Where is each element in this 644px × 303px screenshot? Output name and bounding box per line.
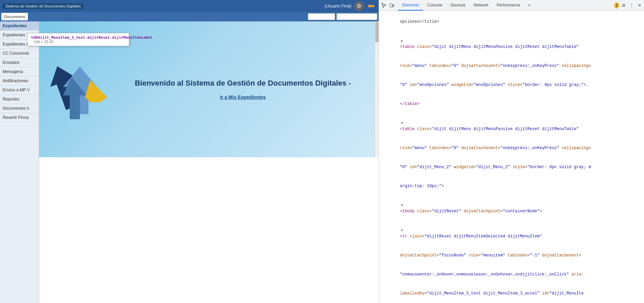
welcome-link[interactable]: Ir a Mis Expedientes (220, 94, 266, 100)
app-content: Bienvenido al Sistema de Gestión de Docu… (39, 21, 379, 303)
html-line: labelledby="dijit_MenuItem_3_text dijit_… (379, 284, 644, 303)
html-code: dojoattachpoint="focusNode" role="menuit… (379, 246, 644, 265)
html-code: role="menu" tabindex="0" dojoattachevent… (379, 57, 644, 75)
app-user-label: (Usuario Final) (325, 4, 351, 8)
nav-btn-documentos[interactable]: Documentos (1, 13, 28, 20)
svg-rect-5 (393, 4, 394, 7)
html-code: "0" id="mnuOpciones" widgetid="mnuOpcion… (379, 76, 644, 94)
html-line: "0" id="dijit_Menu_2" widgetid="dijit_Me… (379, 158, 644, 177)
triangle-icon[interactable] (400, 227, 404, 233)
html-line: "onmouseenter:_onHover,onmouseleave:_onU… (379, 265, 644, 284)
warning-badge: 2 (614, 2, 619, 8)
tab-elements[interactable]: Elements (398, 0, 423, 11)
app-topbar-right: (Usuario Final) ⚙ ⬅ (325, 1, 376, 11)
triangle-icon[interactable] (400, 120, 404, 126)
devtools-html-content[interactable]: opciones</title> <table class="dijit dij… (379, 11, 644, 303)
html-line[interactable]: <table class="dijit dijitMenu dijitMenuP… (379, 113, 644, 139)
exit-icon[interactable]: ⬅ (366, 1, 376, 11)
scroll-thumb (375, 22, 379, 42)
html-code: "onmouseenter:_onHover,onmouseleave:_onU… (379, 265, 644, 284)
sidebar-item-enviados[interactable]: Enviados (0, 58, 39, 67)
devtools-topbar: Elements Console Sources Network Perform… (379, 0, 644, 11)
svg-rect-4 (390, 4, 392, 7)
sidebar-item-envios-mp[interactable]: Envíos a MP V (0, 86, 39, 95)
triangle-icon[interactable] (400, 202, 404, 208)
element-tooltip: td#dijit_MenuItem_3_text.dijitReset.diji… (27, 33, 129, 46)
sidebar-item-expedientes[interactable]: Expedientes (0, 21, 39, 31)
tab-performance[interactable]: Performance (493, 0, 524, 11)
html-line: dojoattachpoint="focusNode" role="menuit… (379, 246, 644, 265)
more-options-icon[interactable]: ⋮ (628, 2, 635, 8)
html-code: opciones</title> (379, 13, 644, 31)
html-line: role="menu" tabindex="0" dojoattachevent… (379, 56, 644, 75)
html-code: <table class="dijit dijitMenu dijitMenuP… (379, 114, 644, 138)
search-input-2[interactable] (336, 13, 377, 20)
tooltip-dimensions: 146 × 23.33 (34, 40, 53, 44)
app-area: Sistema de Gestión de Documentos Digital… (0, 0, 379, 303)
sidebar-item-cc-conocimie[interactable]: CC Conocimie (0, 49, 39, 58)
logo-area (46, 50, 114, 129)
app-sidebar: Expedientes Expedientes T Expedientes A … (0, 21, 39, 303)
html-code: argin-top: 10px;"> (379, 177, 644, 195)
app-title: Sistema de Gestión de Documentos Digital… (3, 3, 83, 9)
html-line[interactable]: <tbody class="dijitReset" dojoattachpoin… (379, 196, 644, 221)
app-main: Expedientes Expedientes T Expedientes A … (0, 21, 379, 303)
html-code: <table class="dijit dijitMenu dijitMenuP… (379, 32, 644, 56)
gear-icon[interactable]: ⚙ (354, 1, 364, 11)
app-navbar: Documentos (0, 12, 379, 21)
html-code: "0" id="dijit_Menu_2" widgetid="dijit_Me… (379, 158, 644, 176)
close-devtools-icon[interactable]: ✕ (637, 2, 643, 8)
tab-console[interactable]: Console (423, 0, 446, 11)
html-code: </table> (379, 95, 644, 113)
html-line: "0" id="mnuOpciones" widgetid="mnuOpcion… (379, 75, 644, 94)
tab-network[interactable]: Network (469, 0, 493, 11)
devtools-right-icons: 2 ⚙ ⋮ ✕ (614, 2, 643, 8)
html-code: <tbody class="dijitReset" dojoattachpoin… (379, 196, 644, 220)
html-line: role="menu" tabindex="0" dojoattachevent… (379, 139, 644, 158)
app-topbar: Sistema de Gestión de Documentos Digital… (0, 0, 379, 12)
sidebar-item-reportes[interactable]: Reportes (0, 95, 39, 104)
search-input-1[interactable] (308, 13, 335, 20)
nav-search-area (308, 13, 377, 20)
settings-icon[interactable]: ⚙ (621, 2, 627, 8)
html-line: opciones</title> (379, 12, 644, 31)
sidebar-item-notificaciones[interactable]: Notificaciones (0, 76, 39, 86)
inspect-element-icon[interactable] (380, 2, 387, 9)
html-code: <tr class="dijitReset dijitMenuItemSelec… (379, 221, 644, 246)
device-mode-icon[interactable] (389, 2, 395, 9)
html-code: role="menu" tabindex="0" dojoattachevent… (379, 139, 644, 157)
triangle-icon[interactable] (400, 38, 404, 44)
welcome-title: Bienvenido al Sistema de Gestión de Docu… (128, 79, 358, 88)
html-line: argin-top: 10px;"> (379, 177, 644, 196)
html-line[interactable]: <table class="dijit dijitMenu dijitMenuP… (379, 31, 644, 56)
tab-more[interactable]: » (524, 0, 535, 11)
tab-sources[interactable]: Sources (446, 0, 469, 11)
html-code: labelledby="dijit_MenuItem_3_text dijit_… (379, 284, 644, 303)
devtools-inspector-icons (380, 2, 395, 9)
sidebar-item-revertir-firma[interactable]: Revertir Firma (0, 113, 39, 122)
scroll-indicator[interactable] (375, 21, 379, 157)
sidebar-item-documentos-h[interactable]: Documentos h (0, 104, 39, 113)
html-line: </table> (379, 94, 644, 113)
tooltip-selector: td#dijit_MenuItem_3_text.dijitReset.diji… (31, 35, 153, 40)
devtools-panel: Elements Console Sources Network Perform… (379, 0, 644, 303)
sidebar-item-mensajeria[interactable]: Mensajería (0, 67, 39, 76)
html-line[interactable]: <tr class="dijitReset dijitMenuItemSelec… (379, 221, 644, 246)
devtools-tabs: Elements Console Sources Network Perform… (398, 0, 614, 11)
